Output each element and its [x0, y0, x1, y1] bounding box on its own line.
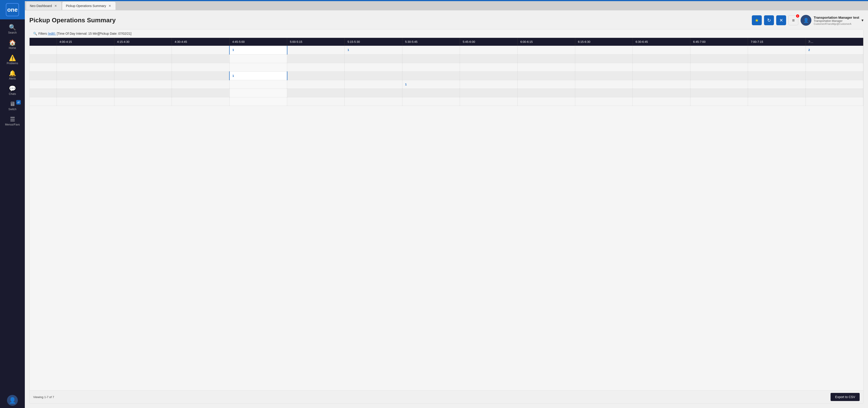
page-header: Pickup Operations Summary ★ ↻ ✕ ≡ ★ 👤 Tr… — [29, 15, 864, 26]
sidebar-user-avatar[interactable]: 👤 — [7, 395, 18, 406]
table-cell-r2-c0 — [30, 63, 57, 71]
sidebar-item-switch[interactable]: 🖥 ⇄ Switch — [0, 98, 25, 113]
progress-bar — [25, 0, 868, 1]
table-cell-r5-c3 — [172, 89, 229, 97]
content-area: Pickup Operations Summary ★ ↻ ✕ ≡ ★ 👤 Tr… — [25, 10, 868, 408]
cell-link[interactable]: 2 — [808, 48, 810, 52]
refresh-button[interactable]: ↻ — [764, 15, 774, 25]
star-button[interactable]: ★ — [752, 15, 762, 25]
col-header-col2: 4:15-4:30 — [114, 38, 172, 46]
table-body: 11211 — [30, 46, 863, 106]
table-row — [30, 54, 863, 63]
col-header-col14: 7:... — [806, 38, 863, 46]
table-cell-r1-c14 — [806, 54, 863, 63]
header-actions: ★ ↻ ✕ ≡ ★ 👤 Transportation Manager test … — [752, 15, 864, 26]
table-cell-r0-c4[interactable]: 1 — [229, 46, 287, 54]
sidebar-item-problems[interactable]: ⚠️ Problems — [0, 52, 25, 67]
table-cell-r1-c10 — [575, 54, 633, 63]
table-cell-r4-c7[interactable]: 1 — [402, 80, 460, 89]
table-cell-r3-c9 — [518, 71, 575, 80]
col-header-col8: 5:45-6:00 — [460, 38, 518, 46]
user-info[interactable]: 👤 Transportation Manager test Transporta… — [801, 15, 864, 26]
table-cell-r5-c5 — [287, 89, 345, 97]
chat-icon: 💬 — [9, 86, 16, 92]
table-cell-r0-c6[interactable]: 1 — [345, 46, 402, 54]
col-header-col4: 4:45-5:00 — [229, 38, 287, 46]
col-header-col3: 4:30-4:45 — [172, 38, 229, 46]
sidebar-bottom: 👤 — [0, 395, 25, 408]
table-cell-r3-c10 — [575, 71, 633, 80]
table-cell-r3-c13 — [748, 71, 806, 80]
table-cell-r1-c5 — [287, 54, 345, 63]
avatar-icon: 👤 — [803, 18, 809, 23]
sidebar-item-alerts[interactable]: 🔔 Alerts — [0, 67, 25, 82]
table-cell-r4-c13 — [748, 80, 806, 89]
table-cell-r4-c11 — [633, 80, 690, 89]
tab-pickup-ops[interactable]: Pickup Operations Summary ✕ — [62, 2, 116, 10]
table-cell-r4-c14 — [806, 80, 863, 89]
table-cell-r3-c7 — [402, 71, 460, 80]
cell-link[interactable]: 1 — [232, 48, 234, 52]
switch-badge: ⇄ — [16, 100, 21, 105]
table-cell-r5-c13 — [748, 89, 806, 97]
table-header-row: 4:00-4:154:15-4:304:30-4:454:45-5:005:00… — [30, 38, 863, 46]
table-cell-r6-c3 — [172, 97, 229, 106]
user-avatar: 👤 — [801, 15, 811, 26]
table-cell-r2-c5 — [287, 63, 345, 71]
table-cell-r2-c1 — [57, 63, 114, 71]
table-cell-r1-c12 — [690, 54, 748, 63]
col-header-col1: 4:00-4:15 — [57, 38, 114, 46]
sidebar-item-label-alerts: Alerts — [9, 77, 16, 80]
table-cell-r1-c3 — [172, 54, 229, 63]
cell-link[interactable]: 1 — [347, 48, 349, 52]
export-csv-button[interactable]: Export to CSV — [831, 393, 860, 401]
table-cell-r0-c14[interactable]: 2 — [806, 46, 863, 54]
table-container[interactable]: 4:00-4:154:15-4:304:30-4:454:45-5:005:00… — [30, 38, 863, 390]
sidebar-item-home[interactable]: 🏠 Home — [0, 36, 25, 52]
sidebar-item-label-menus: Menus/Favs — [5, 123, 20, 126]
col-header-col5: 5:00-5:15 — [287, 38, 345, 46]
table-cell-r6-c10 — [575, 97, 633, 106]
sidebar-item-search[interactable]: 🔍 Search — [0, 21, 25, 36]
table-cell-r3-c14 — [806, 71, 863, 80]
sidebar-logo[interactable]: one — [0, 0, 25, 20]
bell-icon: 🔔 — [9, 70, 16, 76]
table-cell-r2-c8 — [460, 63, 518, 71]
table-cell-r4-c5 — [287, 80, 345, 89]
table-cell-r1-c1 — [57, 54, 114, 63]
table-cell-r3-c4[interactable]: 1 — [229, 71, 287, 80]
table-cell-r0-c7 — [402, 46, 460, 54]
table-cell-r1-c6 — [345, 54, 402, 63]
table-cell-r2-c12 — [690, 63, 748, 71]
table-row — [30, 97, 863, 106]
dropdown-arrow[interactable]: ▾ — [862, 18, 864, 23]
table-cell-r2-c3 — [172, 63, 229, 71]
table-cell-r5-c10 — [575, 89, 633, 97]
table-row: 112 — [30, 46, 863, 54]
table-cell-r4-c10 — [575, 80, 633, 89]
table-cell-r0-c10 — [575, 46, 633, 54]
tab-close-pickup-ops[interactable]: ✕ — [108, 4, 112, 8]
table-cell-r3-c1 — [57, 71, 114, 80]
sidebar-item-chats[interactable]: 💬 Chats — [0, 82, 25, 98]
tab-close-neo-dashboard[interactable]: ✕ — [54, 4, 58, 8]
table-cell-r6-c9 — [518, 97, 575, 106]
data-table: 4:00-4:154:15-4:304:30-4:454:45-5:005:00… — [30, 38, 863, 106]
cell-link[interactable]: 1 — [232, 74, 234, 77]
sidebar-avatar-icon: 👤 — [9, 397, 16, 404]
sidebar-item-label-problems: Problems — [7, 62, 18, 65]
cell-link[interactable]: 1 — [405, 83, 407, 86]
table-cell-r5-c8 — [460, 89, 518, 97]
notification-area[interactable]: ≡ ★ — [788, 15, 798, 25]
table-cell-r2-c4 — [229, 63, 287, 71]
col-header-col7: 5:30-5:45 — [402, 38, 460, 46]
table-cell-r6-c13 — [748, 97, 806, 106]
table-cell-r5-c14 — [806, 89, 863, 97]
close-button[interactable]: ✕ — [776, 15, 786, 25]
tab-neo-dashboard[interactable]: Neo Dashboard ✕ — [26, 2, 61, 10]
filter-edit-link[interactable]: (edit): — [48, 32, 56, 35]
menu-icon: ☰ — [10, 116, 15, 122]
sidebar-item-menus[interactable]: ☰ Menus/Favs — [0, 113, 25, 128]
table-cell-r5-c0 — [30, 89, 57, 97]
table-cell-r3-c6 — [345, 71, 402, 80]
